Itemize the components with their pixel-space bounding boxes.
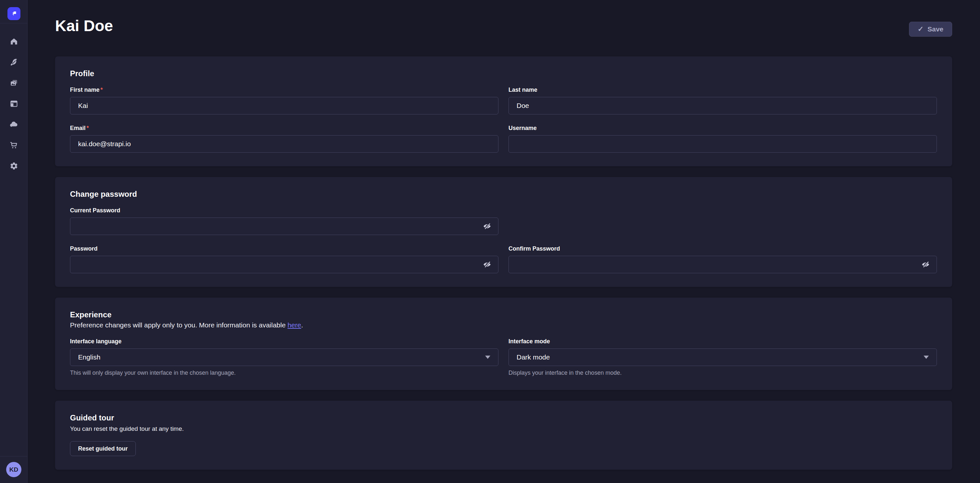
confirm-password-field: Confirm Password <box>509 245 937 273</box>
strapi-logo[interactable] <box>8 7 21 20</box>
new-password-input[interactable] <box>70 256 498 273</box>
more-information-link[interactable]: here <box>288 321 301 329</box>
interface-mode-label: Interface mode <box>509 338 937 345</box>
chevron-down-icon <box>485 355 490 359</box>
save-button-label: Save <box>928 25 943 33</box>
interface-mode-hint: Displays your interface in the chosen mo… <box>509 369 937 376</box>
password-form-grid: Current Password <box>70 207 937 273</box>
check-icon: ✓ <box>918 26 924 33</box>
eye-off-icon <box>921 260 930 269</box>
reset-guided-tour-button[interactable]: Reset guided tour <box>70 441 136 456</box>
experience-form-grid: Interface language English This will onl… <box>70 338 937 376</box>
change-password-title: Change password <box>70 189 937 199</box>
sidebar-item-media-library[interactable] <box>0 73 27 93</box>
toggle-confirm-password-visibility[interactable] <box>919 258 932 271</box>
confirm-password-wrap <box>509 256 937 273</box>
interface-mode-select[interactable]: Dark mode <box>509 349 937 366</box>
interface-language-label: Interface language <box>70 338 498 345</box>
experience-title: Experience <box>70 310 937 320</box>
experience-card: Experience Preference changes will apply… <box>55 298 952 390</box>
required-asterisk: * <box>100 86 103 93</box>
sidebar-item-settings[interactable] <box>0 156 27 176</box>
interface-language-hint: This will only display your own interfac… <box>70 369 498 376</box>
new-password-wrap <box>70 256 498 273</box>
email-label: Email* <box>70 124 498 132</box>
last-name-label: Last name <box>509 86 937 93</box>
new-password-label: Password <box>70 245 498 252</box>
photos-icon <box>10 79 18 87</box>
last-name-field: Last name <box>509 86 937 115</box>
username-input[interactable] <box>509 135 937 153</box>
first-name-field: First name* <box>70 86 498 115</box>
sidebar-item-home[interactable] <box>0 31 27 52</box>
current-password-field: Current Password <box>70 207 498 235</box>
email-field: Email* <box>70 124 498 153</box>
sidebar-nav <box>0 31 27 176</box>
email-input[interactable] <box>70 135 498 153</box>
sidebar-divider <box>0 23 27 23</box>
current-password-input[interactable] <box>70 217 498 235</box>
cloud-icon <box>10 120 19 129</box>
guided-tour-description: You can reset the guided tour at any tim… <box>70 425 937 432</box>
interface-mode-field: Interface mode Dark mode Displays your i… <box>509 338 937 376</box>
guided-tour-title: Guided tour <box>70 413 937 423</box>
home-icon <box>10 37 18 46</box>
profile-form-grid: First name* Last name Email* Username <box>70 86 937 153</box>
confirm-password-label: Confirm Password <box>509 245 937 252</box>
interface-language-field: Interface language English This will onl… <box>70 338 498 376</box>
required-asterisk: * <box>86 125 89 131</box>
profile-card: Profile First name* Last name Email* Use… <box>55 56 952 166</box>
experience-description: Preference changes will apply only to yo… <box>70 321 937 329</box>
sidebar-divider <box>0 456 27 456</box>
sidebar: KD <box>0 0 27 483</box>
page-header: Kai Doe ✓ Save <box>28 0 980 56</box>
profile-card-title: Profile <box>70 69 937 78</box>
shopping-cart-icon <box>10 141 18 150</box>
main-content: Kai Doe ✓ Save Profile First name* Last … <box>28 0 980 480</box>
current-password-label: Current Password <box>70 207 498 214</box>
avatar-initials: KD <box>10 466 18 473</box>
interface-language-value: English <box>78 353 100 361</box>
confirm-password-input[interactable] <box>509 256 937 273</box>
page-title: Kai Doe <box>55 18 113 34</box>
first-name-input[interactable] <box>70 97 498 115</box>
interface-language-select[interactable]: English <box>70 349 498 366</box>
username-field: Username <box>509 124 937 153</box>
sidebar-item-content-manager[interactable] <box>0 52 27 73</box>
first-name-label: First name* <box>70 86 498 93</box>
last-name-input[interactable] <box>509 97 937 115</box>
guided-tour-card: Guided tour You can reset the guided tou… <box>55 401 952 470</box>
avatar[interactable]: KD <box>6 462 21 477</box>
toggle-new-password-visibility[interactable] <box>480 258 494 271</box>
gear-icon <box>10 162 18 170</box>
current-password-wrap <box>70 217 498 235</box>
change-password-card: Change password Current Password <box>55 177 952 287</box>
sidebar-item-cloud[interactable] <box>0 114 27 135</box>
sidebar-item-marketplace[interactable] <box>0 135 27 156</box>
strapi-logo-icon <box>10 10 18 18</box>
username-label: Username <box>509 124 937 132</box>
interface-mode-value: Dark mode <box>517 353 550 361</box>
new-password-field: Password <box>70 245 498 273</box>
chevron-down-icon <box>924 355 929 359</box>
eye-off-icon <box>482 260 492 269</box>
toggle-current-password-visibility[interactable] <box>480 220 494 233</box>
sidebar-item-content-type-builder[interactable] <box>0 93 27 114</box>
eye-off-icon <box>482 222 492 231</box>
feather-icon <box>10 58 18 67</box>
save-button[interactable]: ✓ Save <box>909 22 952 37</box>
layout-icon <box>10 99 18 108</box>
